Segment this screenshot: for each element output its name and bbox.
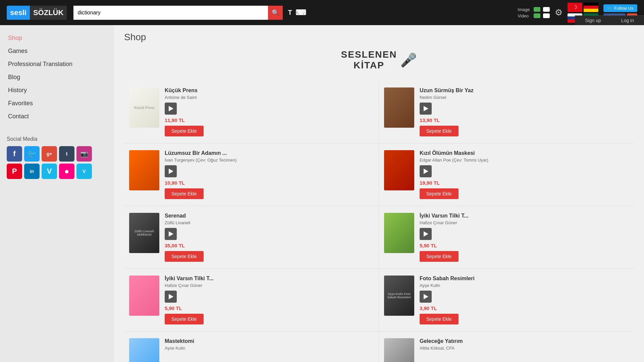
- play-button[interactable]: [165, 228, 177, 240]
- video-toggle-on[interactable]: [534, 13, 540, 18]
- flag-turkey[interactable]: ☽: [568, 3, 582, 12]
- image-video-toggles: Image Video: [518, 7, 550, 18]
- social-icon-vimeo2[interactable]: V: [76, 164, 92, 179]
- play-button[interactable]: [165, 291, 177, 303]
- login-button[interactable]: Log in: [611, 15, 644, 25]
- book-info: Geleceğe Yatırım Attila Köksal, CFA: [420, 338, 629, 353]
- book-item: Uzun Sürmüş Bir Yaz Nedim Gürsel 13,90 T…: [379, 81, 634, 143]
- social-media-section: Social Media f 🐦 g+ t 📷 P in V ● V: [7, 136, 107, 179]
- book-cover: [129, 338, 159, 362]
- search-button[interactable]: 🔍: [268, 6, 283, 20]
- main-content: Shop SESLENEN KİTAP 🎤 Küçük Prens Küçük …: [114, 25, 644, 362]
- book-author: Antoine de Saint: [165, 95, 374, 100]
- logo[interactable]: sesli SÖZLÜK: [7, 6, 67, 20]
- image-toggle-off[interactable]: [543, 7, 550, 12]
- book-info: İyiki Varsın Tilki T... Hafize Çınar Gün…: [165, 276, 374, 324]
- video-toggle-off[interactable]: [543, 13, 550, 18]
- social-icon-tumblr[interactable]: t: [59, 146, 74, 162]
- logo-sozluk: SÖZLÜK: [30, 6, 67, 20]
- add-to-cart-button[interactable]: Sepete Ekle: [165, 126, 204, 136]
- sidebar-item-contact[interactable]: Contact: [7, 110, 107, 123]
- book-cover: [129, 150, 159, 190]
- book-price: 13,90 TL: [420, 117, 629, 123]
- image-toggle-row: Image: [518, 7, 550, 12]
- social-icon-linkedin[interactable]: in: [24, 164, 40, 179]
- settings-button[interactable]: ⚙: [555, 7, 562, 18]
- book-info: Foto Sabah Resimleri Ayşe Kulin 3,90 TL …: [420, 276, 629, 324]
- book-item: Lüzumsuz Bir Adamın ... İvan Turgenyev (…: [124, 143, 379, 206]
- page-title: Shop: [124, 32, 634, 43]
- twitter-follow-button[interactable]: 🐦 Follow Us: [603, 4, 637, 12]
- sidebar: Shop Games Professional Translation Blog…: [0, 25, 114, 362]
- book-cover: Küçük Prens: [129, 87, 159, 128]
- sidebar-item-blog[interactable]: Blog: [7, 71, 107, 83]
- image-toggle-on[interactable]: [534, 7, 540, 12]
- book-price: 11,90 TL: [165, 117, 374, 123]
- book-title: Kızıl Ölümün Maskesi: [420, 150, 629, 156]
- play-button[interactable]: [165, 103, 177, 115]
- text-type-button[interactable]: T: [288, 9, 292, 16]
- book-cover: [384, 338, 414, 362]
- social-icon-pinterest[interactable]: P: [7, 164, 22, 179]
- play-button[interactable]: [420, 165, 432, 177]
- book-item: Ayşe Kulin Foto Sabah Resimleri Foto Sab…: [379, 269, 634, 331]
- book-price: 3,90 TL: [420, 305, 629, 311]
- signup-button[interactable]: Sign up: [575, 15, 611, 25]
- play-button[interactable]: [420, 103, 432, 115]
- book-item: Zülfü Livaneli SERENAD Serenad Zülfü Liv…: [124, 206, 379, 269]
- book-price: 35,00 TL: [165, 243, 374, 248]
- header: sesli SÖZLÜK 🔍 T ⌨ Image Video: [0, 0, 644, 25]
- play-button[interactable]: [420, 228, 432, 240]
- social-icon-twitter[interactable]: 🐦: [24, 146, 40, 162]
- flag-germany[interactable]: [584, 3, 598, 12]
- social-icon-instagram[interactable]: 📷: [76, 146, 92, 162]
- book-cover: [384, 213, 414, 253]
- add-to-cart-button[interactable]: Sepete Ekle: [165, 314, 204, 324]
- seslenen-icon: 🎤: [400, 52, 417, 68]
- add-to-cart-button[interactable]: Sepete Ekle: [420, 188, 459, 199]
- add-to-cart-button[interactable]: Sepete Ekle: [420, 314, 459, 324]
- book-price: 19,90 TL: [420, 180, 629, 186]
- social-icon-vimeo[interactable]: V: [42, 164, 57, 179]
- search-bar: 🔍: [73, 6, 283, 20]
- add-to-cart-button[interactable]: Sepete Ekle: [420, 251, 459, 262]
- seslenen-line2: KİTAP: [341, 60, 397, 71]
- video-label: Video: [518, 13, 531, 18]
- sidebar-item-favorites[interactable]: Favorites: [7, 97, 107, 110]
- book-cover: Zülfü Livaneli SERENAD: [129, 213, 159, 253]
- sidebar-item-games[interactable]: Games: [7, 45, 107, 57]
- sidebar-item-shop[interactable]: Shop: [7, 32, 107, 44]
- book-item: İyiki Varsın Tilki T... Hafize Çınar Gün…: [379, 206, 634, 269]
- book-item: Kızıl Ölümün Maskesi Edgar Allan Poe (Çe…: [379, 143, 634, 206]
- keyboard-button[interactable]: ⌨: [296, 8, 306, 17]
- book-item: İyiki Varsın Tilki T... Hafize Çınar Gün…: [124, 269, 379, 331]
- book-price: 5,90 TL: [165, 305, 374, 311]
- book-title: İyiki Varsın Tilki T...: [420, 213, 629, 219]
- social-media-title: Social Media: [7, 136, 107, 142]
- book-price: 10,90 TL: [165, 180, 374, 186]
- play-button[interactable]: [165, 165, 177, 177]
- sidebar-item-history[interactable]: History: [7, 84, 107, 97]
- play-button[interactable]: [420, 291, 432, 303]
- sidebar-item-professional-translation[interactable]: Professional Translation: [7, 58, 107, 70]
- social-icon-googleplus[interactable]: g+: [42, 146, 57, 162]
- book-info: İyiki Varsın Tilki T... Hafize Çınar Gün…: [420, 213, 629, 262]
- book-info: Lüzumsuz Bir Adamın ... İvan Turgenyev (…: [165, 150, 374, 199]
- add-to-cart-button[interactable]: Sepete Ekle: [420, 126, 459, 136]
- logo-sesli: sesli: [7, 6, 30, 20]
- book-item: Mastektomi Ayse Kulin: [124, 331, 379, 362]
- book-item: Küçük Prens Küçük Prens Antoine de Saint…: [124, 81, 379, 143]
- book-title: Lüzumsuz Bir Adamın ...: [165, 150, 374, 156]
- book-title: Uzun Sürmüş Bir Yaz: [420, 87, 629, 94]
- add-to-cart-button[interactable]: Sepete Ekle: [165, 188, 204, 199]
- social-icon-facebook[interactable]: f: [7, 146, 22, 162]
- add-to-cart-button[interactable]: Sepete Ekle: [165, 251, 204, 262]
- book-info: Kızıl Ölümün Maskesi Edgar Allan Poe (Çe…: [420, 150, 629, 199]
- auth-bar: Sign up Log in: [575, 15, 644, 25]
- follow-us-label: Follow Us: [614, 6, 633, 11]
- social-icon-flickr[interactable]: ●: [59, 164, 74, 179]
- book-title: Foto Sabah Resimleri: [420, 276, 629, 282]
- book-author: Edgar Allan Poe (Çev: Tomris Uyar): [420, 158, 629, 163]
- search-input[interactable]: [73, 6, 268, 20]
- book-author: İvan Turgenyev (Çev: Oğuz Tecimen): [165, 158, 374, 163]
